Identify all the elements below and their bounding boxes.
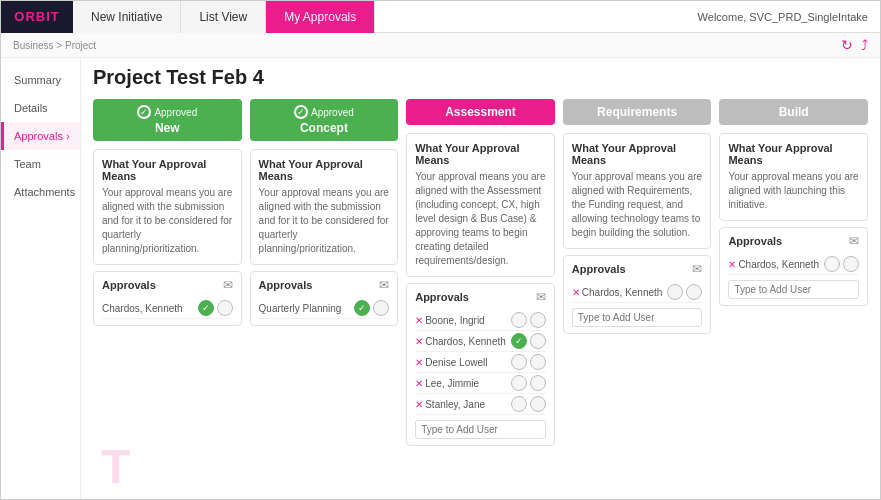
- approver-name-requirements-0: Chardos, Kenneth: [582, 287, 668, 298]
- status-circle-new-0-1: [217, 300, 233, 316]
- sidebar: Summary Details Approvals › Team Attachm…: [1, 58, 81, 500]
- mail-icon-new[interactable]: ✉: [223, 278, 233, 292]
- approver-name-assessment-1: Chardos, Kenneth: [425, 336, 511, 347]
- sidebar-item-details[interactable]: Details: [1, 94, 80, 122]
- mail-icon-requirements[interactable]: ✉: [692, 262, 702, 276]
- tmobile-watermark: T: [101, 439, 130, 494]
- check-icon-concept: ✓: [294, 105, 308, 119]
- approvals-header-assessment: Approvals ✉: [415, 290, 546, 304]
- approver-name-new-0: Chardos, Kenneth: [102, 303, 198, 314]
- approval-means-title-concept: What Your Approval Means: [259, 158, 390, 182]
- page-layout: Summary Details Approvals › Team Attachm…: [1, 58, 880, 500]
- mail-icon-assessment[interactable]: ✉: [536, 290, 546, 304]
- header: ORBIT New Initiative List View My Approv…: [1, 1, 880, 33]
- sidebar-item-team[interactable]: Team: [1, 150, 80, 178]
- approvals-section-concept: Approvals ✉ Quarterly Planning ✓: [250, 271, 399, 326]
- nav-tab-my-approvals[interactable]: My Approvals: [266, 1, 375, 33]
- x-icon-assessment-2: ✕: [415, 357, 423, 368]
- mail-icon-concept[interactable]: ✉: [379, 278, 389, 292]
- approver-status-concept-0: ✓: [354, 300, 389, 316]
- approval-means-text-requirements: Your approval means you are aligned with…: [572, 170, 703, 240]
- stage-header-assessment: Assessment: [406, 99, 555, 125]
- status-circle-a-0-1: [530, 312, 546, 328]
- approver-row-build-0: ✕ Chardos, Kenneth: [728, 254, 859, 275]
- approval-means-card-requirements: What Your Approval Means Your approval m…: [563, 133, 712, 249]
- sidebar-item-approvals[interactable]: Approvals ›: [1, 122, 80, 150]
- approver-status-assessment-0: [511, 312, 546, 328]
- x-icon-assessment-4: ✕: [415, 399, 423, 410]
- logo-text: ORBIT: [14, 9, 59, 24]
- approver-row-assessment-3: ✕ Lee, Jimmie: [415, 373, 546, 394]
- nav-tab-list-view[interactable]: List View: [181, 1, 266, 33]
- approvals-header-requirements: Approvals ✉: [572, 262, 703, 276]
- approvals-title-requirements: Approvals: [572, 263, 626, 275]
- approvals-section-build: Approvals ✉ ✕ Chardos, Kenneth: [719, 227, 868, 306]
- approvals-title-assessment: Approvals: [415, 291, 469, 303]
- stage-header-concept: ✓ Approved Concept: [250, 99, 399, 141]
- stage-status-label-concept: Approved: [311, 107, 354, 118]
- breadcrumb-icons: ↻ ⤴: [841, 37, 868, 53]
- status-circle-a-2-0: [511, 354, 527, 370]
- add-user-input-build[interactable]: [728, 280, 859, 299]
- sidebar-arrow-icon: ›: [66, 130, 70, 142]
- kanban-board: ✓ Approved New What Your Approval Means …: [93, 99, 868, 446]
- approvals-section-requirements: Approvals ✉ ✕ Chardos, Kenneth: [563, 255, 712, 334]
- approval-means-text-assessment: Your approval means you are aligned with…: [415, 170, 546, 268]
- approvals-header-build: Approvals ✉: [728, 234, 859, 248]
- refresh-icon[interactable]: ↻: [841, 37, 853, 53]
- stage-title-assessment: Assessment: [416, 105, 545, 119]
- x-icon-assessment-0: ✕: [415, 315, 423, 326]
- status-circle-new-0-0: ✓: [198, 300, 214, 316]
- stage-header-new: ✓ Approved New: [93, 99, 242, 141]
- sidebar-item-summary[interactable]: Summary: [1, 66, 80, 94]
- approver-row-concept-0: Quarterly Planning ✓: [259, 298, 390, 319]
- status-circle-a-1-0: ✓: [511, 333, 527, 349]
- status-circle-b-0-1: [843, 256, 859, 272]
- add-user-input-assessment[interactable]: [415, 420, 546, 439]
- sidebar-item-attachments[interactable]: Attachments: [1, 178, 80, 206]
- approver-status-build-0: [824, 256, 859, 272]
- approver-name-assessment-4: Stanley, Jane: [425, 399, 511, 410]
- approver-name-assessment-0: Boone, Ingrid: [425, 315, 511, 326]
- status-circle-b-0-0: [824, 256, 840, 272]
- status-circle-a-4-1: [530, 396, 546, 412]
- breadcrumb: Business > Project ↻ ⤴: [1, 33, 880, 58]
- approval-means-title-assessment: What Your Approval Means: [415, 142, 546, 166]
- status-circle-concept-0-0: ✓: [354, 300, 370, 316]
- stage-title-build: Build: [729, 105, 858, 119]
- approver-row-assessment-0: ✕ Boone, Ingrid: [415, 310, 546, 331]
- approver-status-assessment-3: [511, 375, 546, 391]
- approval-means-card-assessment: What Your Approval Means Your approval m…: [406, 133, 555, 277]
- approval-means-title-build: What Your Approval Means: [728, 142, 859, 166]
- add-user-input-requirements[interactable]: [572, 308, 703, 327]
- status-circle-r-0-0: [667, 284, 683, 300]
- approval-means-card-build: What Your Approval Means Your approval m…: [719, 133, 868, 221]
- stage-title-requirements: Requirements: [573, 105, 702, 119]
- status-circle-a-1-1: [530, 333, 546, 349]
- approvals-title-new: Approvals: [102, 279, 156, 291]
- main-content: Project Test Feb 4 ✓ Approved New What Y…: [81, 58, 880, 454]
- approver-name-assessment-2: Denise Lowell: [425, 357, 511, 368]
- stage-status-label-new: Approved: [154, 107, 197, 118]
- kanban-col-assessment: Assessment What Your Approval Means Your…: [406, 99, 555, 446]
- approver-name-concept-0: Quarterly Planning: [259, 303, 355, 314]
- approval-means-card-new: What Your Approval Means Your approval m…: [93, 149, 242, 265]
- approval-means-text-build: Your approval means you are aligned with…: [728, 170, 859, 212]
- approvals-section-assessment: Approvals ✉ ✕ Boone, Ingrid: [406, 283, 555, 446]
- stage-status-new: ✓ Approved: [103, 105, 232, 119]
- approval-means-text-new: Your approval means you are aligned with…: [102, 186, 233, 256]
- approval-means-text-concept: Your approval means you are aligned with…: [259, 186, 390, 256]
- stage-status-concept: ✓ Approved: [260, 105, 389, 119]
- approver-name-assessment-3: Lee, Jimmie: [425, 378, 511, 389]
- stage-header-requirements: Requirements: [563, 99, 712, 125]
- breadcrumb-path: Business > Project: [13, 40, 96, 51]
- mail-icon-build[interactable]: ✉: [849, 234, 859, 248]
- approver-row-new-0: Chardos, Kenneth ✓: [102, 298, 233, 319]
- x-icon-build-0: ✕: [728, 259, 736, 270]
- nav-tab-new-initiative[interactable]: New Initiative: [73, 1, 181, 33]
- share-icon[interactable]: ⤴: [861, 37, 868, 53]
- stage-title-new: New: [103, 121, 232, 135]
- approvals-title-build: Approvals: [728, 235, 782, 247]
- approval-means-title-new: What Your Approval Means: [102, 158, 233, 182]
- check-icon-new: ✓: [137, 105, 151, 119]
